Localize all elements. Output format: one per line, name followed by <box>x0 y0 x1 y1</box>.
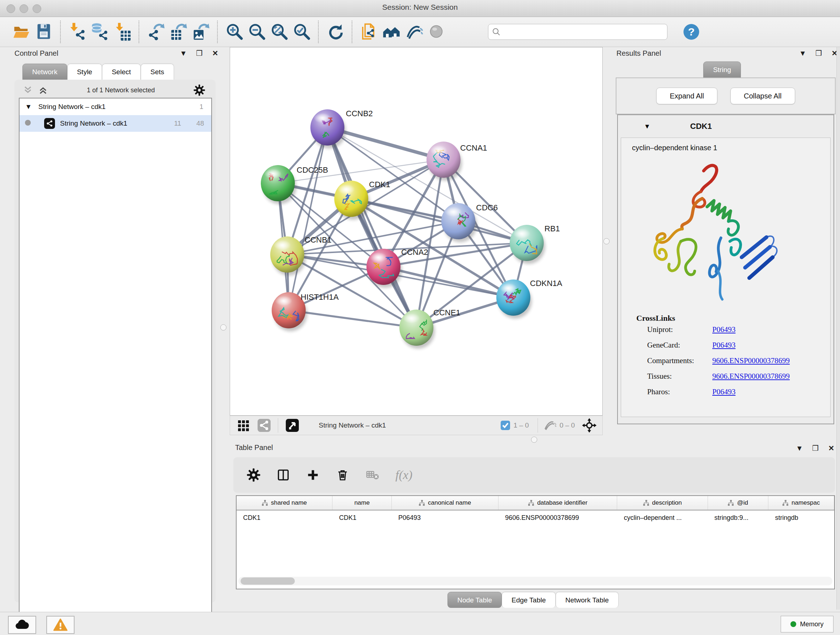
table-horizontal-scrollbar[interactable] <box>238 577 832 585</box>
table-function-icon[interactable]: f(x) <box>395 468 412 482</box>
network-edge[interactable] <box>327 127 416 328</box>
export-image-button[interactable] <box>189 21 212 43</box>
search-box[interactable] <box>488 24 668 40</box>
section-expander-icon[interactable]: ▼ <box>644 123 651 130</box>
export-table-button[interactable] <box>167 21 189 43</box>
collapse-all-networks-icon[interactable] <box>22 85 33 96</box>
expand-all-button[interactable]: Expand All <box>656 88 717 104</box>
gene-description: cyclin–dependent kinase 1 <box>632 144 830 152</box>
tab-string[interactable]: String <box>703 62 741 78</box>
table-clear-icon[interactable] <box>365 468 380 482</box>
crosslink-link[interactable]: P06493 <box>712 325 736 334</box>
tab-style[interactable]: Style <box>67 64 102 80</box>
table-cell[interactable]: cyclin–dependent ... <box>617 510 707 525</box>
tab-select[interactable]: Select <box>102 64 141 80</box>
cloud-status-button[interactable] <box>8 616 36 634</box>
network-tree-item-row[interactable]: String Network – cdk1 11 48 <box>19 115 211 132</box>
table-delete-column-icon[interactable] <box>335 468 350 482</box>
table-gear-icon[interactable] <box>246 468 261 482</box>
selected-checkbox-icon[interactable] <box>500 420 510 431</box>
zoom-fit-button[interactable] <box>268 21 291 43</box>
table-cell[interactable]: stringdb:9... <box>708 510 769 525</box>
results-panel-float-button[interactable]: ❒ <box>813 49 824 58</box>
tree-expander-icon[interactable]: ▼ <box>19 103 32 111</box>
tab-node-table[interactable]: Node Table <box>447 592 502 608</box>
bottom-splitter-handle[interactable] <box>531 437 537 443</box>
zoom-selected-button[interactable] <box>291 21 313 43</box>
tab-sets[interactable]: Sets <box>141 64 174 80</box>
tab-network[interactable]: Network <box>22 64 67 80</box>
node-label-ccna2: CCNA2 <box>401 248 428 257</box>
export-network-icon <box>147 22 165 41</box>
tab-edge-table[interactable]: Edge Table <box>502 592 556 608</box>
hidden-eye-icon[interactable] <box>543 419 557 432</box>
table-cell[interactable]: CDK1 <box>332 510 392 525</box>
network-options-gear-icon[interactable] <box>193 84 205 96</box>
hide-eye-icon <box>404 22 423 41</box>
left-splitter-handle[interactable] <box>220 325 226 331</box>
network-edge[interactable] <box>289 310 416 328</box>
export-network-button[interactable] <box>145 21 167 43</box>
table-cell[interactable]: stringdb <box>768 510 834 525</box>
import-database-button[interactable] <box>88 21 111 43</box>
column-header--id[interactable]: @id <box>708 496 769 510</box>
table-row[interactable]: CDK1CDK1P064939606.ENSP00000378699cyclin… <box>237 510 834 525</box>
document-share-button[interactable] <box>358 21 380 43</box>
network-node-ccna1[interactable] <box>426 141 462 181</box>
table-panel-close-button[interactable]: ✕ <box>826 443 837 453</box>
eye-gray-button[interactable] <box>425 21 447 43</box>
zoom-in-button[interactable] <box>223 21 246 43</box>
table-add-column-icon[interactable] <box>306 468 320 482</box>
table-panel-float-button[interactable]: ❒ <box>810 443 821 453</box>
table-columns-icon[interactable] <box>276 468 291 482</box>
home-network-button[interactable] <box>380 21 403 43</box>
network-node-cdk1[interactable] <box>334 181 370 220</box>
import-table-button[interactable] <box>111 21 134 43</box>
import-network-button[interactable] <box>66 21 88 43</box>
warning-status-button[interactable] <box>46 616 74 634</box>
tab-network-table[interactable]: Network Table <box>556 592 619 608</box>
control-panel-close-button[interactable]: ✕ <box>210 49 221 58</box>
table-panel-menu-button[interactable]: ▼ <box>794 443 805 453</box>
expand-all-networks-icon[interactable] <box>38 85 49 96</box>
table-cell[interactable]: P06493 <box>392 510 499 525</box>
column-header-shared-name[interactable]: shared name <box>237 496 332 510</box>
network-node-rb1[interactable] <box>510 225 545 264</box>
network-edge[interactable] <box>289 127 327 310</box>
refresh-view-button[interactable] <box>324 21 347 43</box>
birdseye-view-icon[interactable] <box>235 419 253 432</box>
crosslink-link[interactable]: 9606.ENSP00000378699 <box>712 372 790 381</box>
network-view-canvas[interactable]: CCNB2 CCNA1 CDC25B CDK1 CDC6 RB1 CCNB1 <box>230 47 603 416</box>
search-input[interactable] <box>501 28 663 36</box>
open-in-window-icon[interactable] <box>283 418 302 432</box>
column-header-namespac[interactable]: namespac <box>768 496 834 510</box>
column-header-canonical-name[interactable]: canonical name <box>392 496 499 510</box>
network-node-ccnb2[interactable] <box>310 109 346 149</box>
table-cell[interactable]: CDK1 <box>237 510 332 525</box>
network-tree-root-row[interactable]: ▼ String Network – cdk1 1 <box>19 98 211 115</box>
network-node-cdc25b[interactable] <box>261 165 296 204</box>
collapse-all-button[interactable]: Collapse All <box>730 88 795 104</box>
network-node-cdc6[interactable] <box>441 203 477 242</box>
network-share-icon[interactable] <box>256 419 273 432</box>
column-header-name[interactable]: name <box>332 496 392 510</box>
help-button[interactable]: ? <box>682 22 701 41</box>
control-panel-menu-button[interactable]: ▼ <box>178 49 189 58</box>
table-cell[interactable]: 9606.ENSP00000378699 <box>499 510 617 525</box>
pan-crosshair-icon[interactable] <box>580 418 599 432</box>
network-node-ccne1[interactable] <box>399 310 435 348</box>
scrollbar-thumb[interactable] <box>240 578 295 585</box>
hide-eye-button[interactable] <box>403 21 425 43</box>
crosslink-link[interactable]: P06493 <box>712 340 736 350</box>
network-node-cdkn1a[interactable] <box>496 279 532 318</box>
crosslink-link[interactable]: 9606.ENSP00000378699 <box>712 356 790 365</box>
zoom-out-button[interactable] <box>246 21 268 43</box>
open-folder-button[interactable] <box>10 21 33 43</box>
control-panel-float-button[interactable]: ❒ <box>194 49 205 58</box>
memory-button[interactable]: Memory <box>781 616 834 632</box>
results-panel-menu-button[interactable]: ▼ <box>797 49 808 58</box>
column-header-description[interactable]: description <box>617 496 707 510</box>
crosslink-link[interactable]: P06493 <box>712 387 736 396</box>
column-header-database-identifier[interactable]: database identifier <box>499 496 617 510</box>
save-session-button[interactable] <box>33 21 55 43</box>
